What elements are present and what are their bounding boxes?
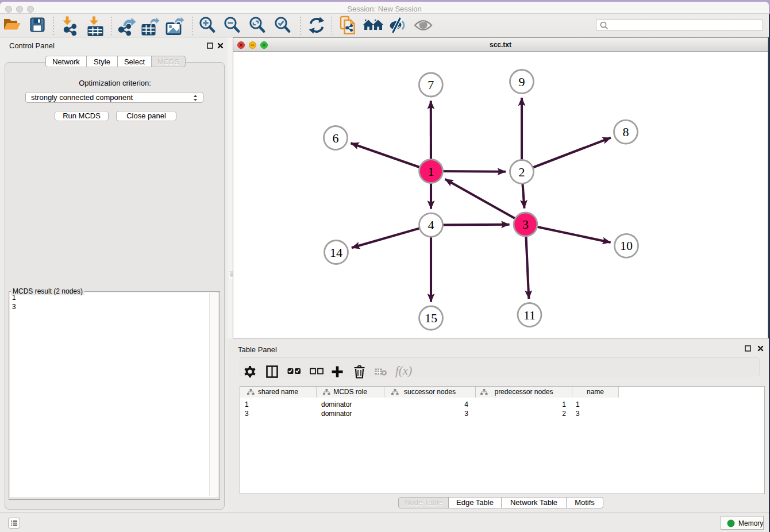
svg-text:8: 8 — [623, 125, 629, 139]
svg-text:11: 11 — [523, 308, 536, 322]
svg-text:4: 4 — [428, 218, 434, 232]
svg-text:10: 10 — [620, 238, 633, 253]
svg-text:2: 2 — [519, 165, 525, 179]
svg-text:3: 3 — [522, 217, 529, 232]
svg-text:9: 9 — [519, 75, 525, 89]
svg-text:6: 6 — [333, 131, 339, 145]
svg-text:15: 15 — [425, 311, 437, 325]
svg-text:1: 1 — [428, 164, 434, 179]
svg-text:14: 14 — [330, 245, 342, 260]
svg-text:7: 7 — [428, 78, 434, 92]
